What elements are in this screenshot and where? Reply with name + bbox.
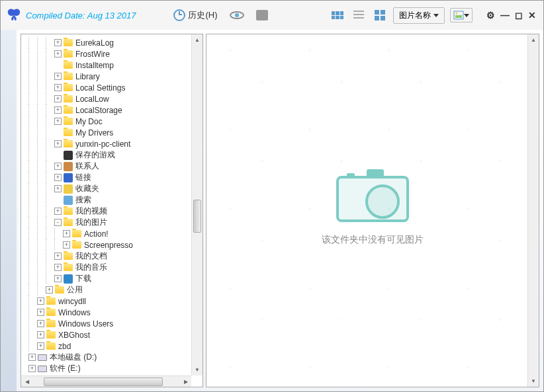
tree-item[interactable]: 保存的游戏 (21, 149, 203, 161)
svg-rect-1 (455, 15, 462, 18)
expand-toggle[interactable]: - (54, 219, 62, 226)
tree-item[interactable]: +Local Settings (21, 82, 203, 93)
expand-toggle[interactable]: + (54, 73, 62, 80)
tree-item[interactable]: 搜索 (21, 194, 203, 206)
history-button[interactable]: 历史(H) (169, 6, 222, 24)
tree-v-scrollbar[interactable]: ▲ ▼ (191, 34, 203, 375)
tree-item[interactable]: +yunxin-pc-client (21, 138, 203, 149)
tree-item-label: EurekaLog (75, 38, 114, 48)
maximize-button[interactable]: ◻ (513, 10, 525, 20)
window-controls: ⚙ — ◻ ✕ (484, 10, 538, 20)
folder-icon (46, 297, 56, 305)
tree-item[interactable]: -我的图片 (21, 217, 203, 228)
tree-h-scrollbar[interactable]: ◀ ▶ (21, 375, 191, 387)
tree-item-label: 我的图片 (75, 217, 107, 228)
expand-toggle[interactable]: + (28, 365, 36, 372)
scroll-left-icon[interactable]: ◀ (21, 376, 32, 387)
tree-item[interactable]: +Action! (21, 228, 203, 239)
tree-item[interactable]: +LocalLow (21, 93, 203, 104)
expand-toggle[interactable]: + (63, 230, 70, 237)
tree-item-label: My Doc (75, 117, 103, 126)
expand-toggle[interactable]: + (54, 50, 62, 58)
slideshow-button[interactable] (251, 7, 273, 24)
display-mode-button[interactable] (450, 8, 473, 22)
special-folder-icon (64, 196, 73, 205)
sort-dropdown[interactable]: 图片名称 (393, 7, 445, 24)
tree-item[interactable]: +我的文档 (21, 251, 203, 262)
tree-content: +EurekaLog+FrostWireInstalltemp+Library+… (21, 34, 203, 385)
special-folder-icon (64, 274, 73, 284)
expand-toggle[interactable]: + (54, 95, 62, 102)
view-list-button[interactable] (351, 8, 367, 22)
tree-item[interactable]: My Drivers (21, 127, 203, 138)
preview-eye-button[interactable] (225, 8, 249, 22)
scroll-down-icon[interactable]: ▼ (528, 375, 539, 387)
tree-item-label: 收藏夹 (75, 183, 99, 194)
expand-toggle[interactable]: + (54, 275, 62, 282)
view-grid4-button[interactable] (372, 8, 388, 22)
tree-item[interactable]: +EurekaLog (21, 37, 203, 48)
folder-icon (64, 219, 73, 226)
tree-item[interactable]: +我的视频 (21, 206, 203, 217)
tree-item[interactable]: +Screenpresso (21, 239, 203, 251)
tree-item[interactable]: +收藏夹 (21, 183, 203, 194)
tree-item[interactable]: +联系人 (21, 161, 203, 172)
tree-scroll-area[interactable]: +EurekaLog+FrostWireInstalltemp+Library+… (21, 34, 203, 387)
expand-toggle[interactable]: + (63, 241, 70, 249)
tree-item-label: Action! (84, 229, 109, 239)
tree-item[interactable]: +公用 (21, 284, 203, 295)
chevron-down-icon (464, 14, 469, 17)
scroll-right-icon[interactable]: ▶ (180, 376, 191, 387)
empty-folder-message: 该文件夹中没有可见图片 (322, 234, 424, 246)
expand-toggle[interactable]: + (54, 84, 62, 91)
settings-icon[interactable]: ⚙ (484, 10, 497, 20)
expand-toggle[interactable]: + (37, 297, 44, 305)
tree-item[interactable]: +我的音乐 (21, 262, 203, 273)
tree-item[interactable]: +wincydll (21, 295, 203, 307)
expand-toggle[interactable]: + (37, 320, 44, 327)
preview-v-scrollbar[interactable]: ▲ ▼ (527, 34, 539, 387)
view-grid6-button[interactable] (330, 8, 345, 22)
tree-item[interactable]: +XBGhost (21, 329, 203, 340)
tree-item-label: Windows Users (58, 319, 113, 329)
tree-item[interactable]: +软件 (E:) (21, 363, 203, 374)
special-folder-icon (64, 173, 73, 182)
expand-toggle[interactable]: + (54, 185, 62, 192)
scroll-up-icon[interactable]: ▲ (192, 34, 203, 46)
tree-item[interactable]: +链接 (21, 172, 203, 183)
expand-toggle[interactable]: + (28, 354, 36, 361)
expand-toggle[interactable]: + (54, 140, 62, 147)
tree-item[interactable]: +LocalStorage (21, 104, 203, 116)
expand-toggle[interactable]: + (54, 39, 62, 46)
tree-item[interactable]: +Windows Users (21, 318, 203, 329)
expand-toggle[interactable]: + (54, 163, 62, 170)
scroll-thumb[interactable] (44, 377, 163, 386)
expand-toggle[interactable]: + (54, 208, 62, 215)
tree-item[interactable]: +下载 (21, 273, 203, 284)
close-button[interactable]: ✕ (526, 10, 538, 20)
minimize-button[interactable]: — (498, 10, 512, 20)
tree-item[interactable]: +Library (21, 71, 203, 82)
expand-toggle[interactable]: + (37, 331, 44, 338)
expand-toggle[interactable]: + (46, 286, 53, 294)
tree-item[interactable]: +本地磁盘 (D:) (21, 352, 203, 363)
scroll-down-icon[interactable]: ▼ (192, 364, 203, 375)
tree-item[interactable]: +FrostWire (21, 48, 203, 59)
expand-toggle[interactable]: + (37, 342, 44, 350)
scroll-thumb[interactable] (193, 200, 201, 233)
folder-icon (64, 118, 73, 125)
scroll-up-icon[interactable]: ▲ (528, 34, 539, 46)
expand-toggle[interactable]: + (54, 174, 62, 181)
expand-toggle[interactable]: + (54, 106, 62, 114)
expand-toggle[interactable]: + (37, 309, 44, 316)
expand-toggle[interactable]: + (54, 118, 62, 125)
expand-toggle[interactable]: + (54, 264, 62, 271)
tree-item[interactable]: +My Doc (21, 116, 203, 127)
expand-toggle[interactable]: + (54, 253, 62, 260)
tree-item[interactable]: +Windows (21, 307, 203, 318)
tree-item[interactable]: Installtemp (21, 59, 203, 71)
tree-item-label: 链接 (75, 172, 91, 183)
sort-dropdown-label: 图片名称 (399, 10, 431, 21)
chevron-down-icon (433, 14, 439, 17)
tree-item[interactable]: +zbd (21, 340, 203, 352)
